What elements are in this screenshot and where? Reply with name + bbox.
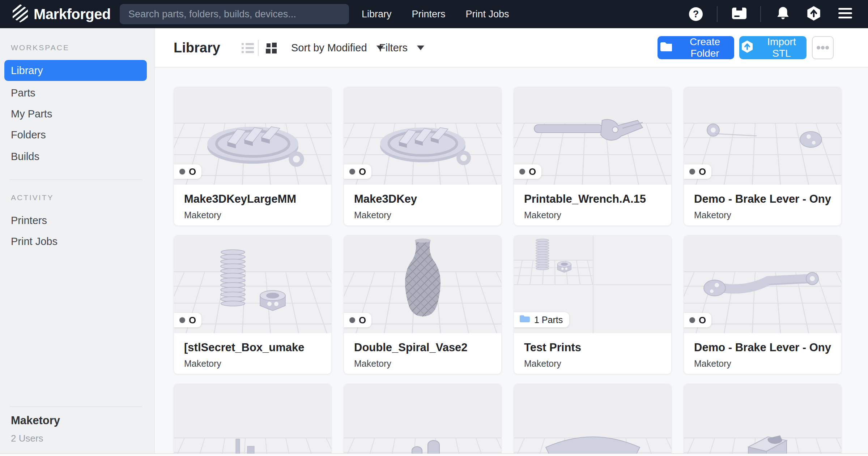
sidebar-item-label: Builds — [11, 151, 39, 163]
material-letter: O — [359, 166, 366, 177]
part-workspace: Maketory — [694, 210, 831, 220]
part-card[interactable]: O Make3DKeyLargeMM Maketory — [174, 87, 332, 226]
part-title: Double_Spiral_Vase2 — [354, 341, 491, 354]
part-title: Make3DKey — [354, 193, 491, 206]
nav-links: Library Printers Print Jobs — [362, 0, 509, 28]
list-view-toggle[interactable] — [242, 28, 254, 68]
nav-link-library[interactable]: Library — [362, 9, 392, 20]
folder-item-thumbnail — [514, 236, 593, 284]
material-dot-icon — [349, 169, 355, 175]
page-title: Library — [174, 40, 220, 55]
material-letter: O — [699, 166, 706, 177]
part-card[interactable] — [344, 384, 502, 454]
notifications-button[interactable] — [776, 0, 790, 28]
part-card[interactable]: O Make3DKey Maketory — [344, 87, 502, 226]
chevron-down-icon — [417, 46, 424, 50]
grid-view-toggle[interactable] — [265, 28, 277, 68]
part-card[interactable]: O Demo - Brake Lever - Onyx - S... Maket… — [684, 87, 842, 226]
part-thumbnail: O — [514, 87, 671, 185]
sidebar-item-label: Printers — [11, 215, 47, 227]
material-dot-icon — [689, 317, 695, 323]
part-card[interactable] — [684, 384, 842, 454]
updates-button[interactable] — [807, 0, 821, 28]
sidebar-item-library[interactable]: Library — [4, 60, 147, 81]
top-navbar: Markforged Library Printers Print Jobs ? — [0, 0, 868, 28]
hamburger-icon — [838, 8, 852, 20]
nav-link-print-jobs[interactable]: Print Jobs — [466, 9, 509, 20]
part-workspace: Maketory — [354, 358, 491, 369]
sidebar-item-label: Print Jobs — [11, 236, 58, 248]
part-card[interactable]: O Demo - Brake Lever - Onyx Maketory — [684, 235, 842, 374]
engine-bracket-render — [372, 427, 473, 454]
folder-title: Test Prints — [524, 341, 661, 354]
menu-button[interactable] — [838, 0, 852, 28]
material-badge: O — [344, 164, 371, 179]
ellipsis-icon — [817, 46, 829, 50]
part-thumbnail — [174, 384, 331, 454]
keychain-medallion-render — [369, 113, 477, 169]
help-button[interactable]: ? — [689, 0, 703, 28]
spiral-vase-render — [385, 236, 461, 332]
quadrant-divider — [514, 284, 671, 285]
material-dot-icon — [519, 169, 525, 175]
list-view-icon — [242, 43, 254, 53]
material-badge: O — [174, 313, 201, 327]
part-thumbnail: O — [174, 87, 331, 185]
markforged-logo-icon — [12, 4, 29, 24]
part-workspace: Maketory — [184, 358, 321, 369]
sidebar-item-label: My Parts — [11, 108, 52, 120]
activity-section-label: ACTIVITY — [11, 193, 54, 202]
bell-icon — [776, 6, 790, 22]
part-card[interactable] — [174, 384, 332, 454]
create-folder-button[interactable]: Create Folder — [658, 36, 734, 59]
sidebar-divider — [10, 180, 142, 180]
sidebar-item-builds[interactable]: Builds — [4, 146, 147, 167]
wrench-render — [531, 107, 654, 149]
part-card[interactable]: O [stlSecret_Box_umake Maketory — [174, 235, 332, 374]
more-actions-button[interactable] — [812, 36, 834, 59]
material-dot-icon — [689, 169, 695, 175]
sidebar-item-print-jobs[interactable]: Print Jobs — [4, 231, 147, 252]
part-workspace: Maketory — [524, 210, 661, 220]
part-title: Demo - Brake Lever - Onyx - S... — [694, 193, 831, 206]
sidebar-item-printers[interactable]: Printers — [4, 210, 147, 231]
sidebar-item-folders[interactable]: Folders — [4, 124, 147, 145]
benchy-boat-render — [193, 430, 287, 454]
search-input[interactable] — [120, 4, 349, 24]
sidebar-divider — [10, 406, 142, 407]
part-card[interactable]: O Double_Spiral_Vase2 Maketory — [344, 235, 502, 374]
grid-view-icon — [265, 42, 277, 54]
library-grid: O Make3DKeyLargeMM Maketory — [155, 68, 868, 454]
y-bracket-render — [539, 423, 647, 454]
sidebar-item-label: Library — [11, 65, 43, 77]
part-workspace: Maketory — [354, 210, 491, 220]
brand[interactable]: Markforged — [12, 0, 111, 28]
nav-link-printers[interactable]: Printers — [412, 9, 446, 20]
sort-dropdown[interactable]: Sort by Modified — [291, 28, 384, 68]
folder-card[interactable]: 1 Parts Test Prints Maketory — [514, 235, 672, 374]
sidebar-item-my-parts[interactable]: My Parts — [4, 103, 147, 124]
material-letter: O — [189, 166, 196, 177]
folder-count-label: 1 Parts — [534, 315, 563, 325]
sidebar-item-label: Parts — [11, 87, 35, 99]
brand-wordmark: Markforged — [34, 6, 111, 22]
folder-parts-badge: 1 Parts — [514, 312, 569, 327]
filters-dropdown[interactable]: Filters — [379, 28, 424, 68]
print-bed-button[interactable] — [731, 0, 747, 28]
org-name[interactable]: Maketory — [11, 414, 60, 427]
part-card[interactable] — [514, 384, 672, 454]
hexagon-up-arrow-icon — [741, 40, 753, 56]
material-letter: O — [359, 315, 366, 326]
block-part-render — [723, 426, 803, 454]
sidebar-item-label: Folders — [11, 129, 46, 141]
sort-dropdown-label: Sort by Modified — [291, 42, 367, 54]
part-workspace: Maketory — [184, 210, 321, 220]
material-badge: O — [684, 164, 711, 179]
part-thumbnail: O — [174, 236, 331, 333]
sidebar-item-parts[interactable]: Parts — [4, 82, 147, 103]
part-card[interactable]: O Printable_Wrench.A.15 Maketory — [514, 87, 672, 226]
import-stl-button[interactable]: Import STL — [739, 36, 807, 59]
app-window: Markforged Library Printers Print Jobs ? — [0, 0, 868, 456]
screw-and-nut-render — [523, 237, 583, 279]
keychain-medallion-render — [195, 111, 311, 171]
